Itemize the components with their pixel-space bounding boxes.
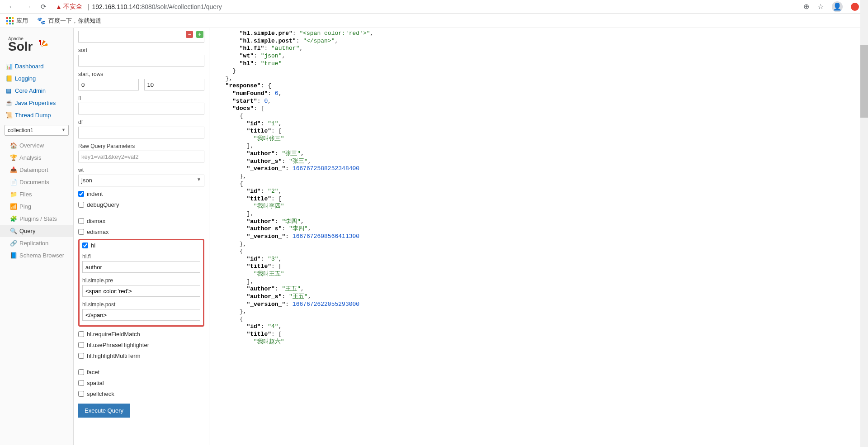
spellcheck-checkbox[interactable] (78, 391, 84, 397)
hl-multiterm-checkbox[interactable] (78, 353, 84, 359)
page-scrollbar[interactable] (860, 0, 868, 445)
address-bar[interactable]: ▲不安全 | 192.168.110.140:8080/solr/#/colle… (56, 3, 803, 11)
subnav-documents[interactable]: 📄Documents (0, 176, 73, 188)
raw-label: Raw Query Parameters (78, 143, 204, 149)
documents-icon: 📄 (10, 179, 16, 185)
subnav-files[interactable]: 📁Files (0, 188, 73, 200)
apps-icon (6, 17, 14, 24)
logo: Apache Solr (0, 33, 73, 60)
dashboard-icon: 📊 (5, 63, 12, 70)
subnav-query[interactable]: 🔍Query (0, 225, 73, 237)
fl-input[interactable] (78, 103, 204, 114)
sort-input[interactable] (78, 55, 204, 67)
nav-coreadmin[interactable]: ▤Core Admin (0, 85, 73, 97)
coreadmin-icon: ▤ (5, 87, 12, 94)
home-icon: 🏠 (10, 142, 16, 149)
hlfl-input[interactable] (82, 261, 200, 273)
sun-icon (34, 40, 48, 53)
nav-dashboard[interactable]: 📊Dashboard (0, 60, 73, 72)
nav-logging[interactable]: 📒Logging (0, 72, 73, 85)
indent-checkbox[interactable] (78, 191, 84, 197)
schema-icon: 📘 (10, 252, 16, 259)
hlpre-input[interactable] (82, 285, 200, 297)
subnav-replication[interactable]: 🔗Replication (0, 237, 73, 249)
edismax-checkbox[interactable] (78, 229, 84, 235)
bookmark-baidu[interactable]: 🐾 百度一下，你就知道 (37, 17, 101, 25)
df-label: df (78, 119, 204, 125)
sidebar: Apache Solr 📊Dashboard 📒Logging ▤Core Ad… (0, 28, 74, 445)
url-host: 192.168.110.140 (92, 3, 140, 10)
hlpost-input[interactable] (82, 309, 200, 321)
remove-fq-button[interactable]: − (186, 31, 193, 38)
extension-icon[interactable] (851, 3, 859, 11)
plugins-icon: 🧩 (10, 215, 16, 222)
wt-label: wt (78, 167, 204, 173)
debugquery-checkbox[interactable] (78, 202, 84, 208)
df-input[interactable] (78, 127, 204, 138)
wt-select[interactable]: json▼ (78, 175, 204, 186)
subnav-plugins[interactable]: 🧩Plugins / Stats (0, 213, 73, 225)
fl-label: fl (78, 95, 204, 101)
startrows-label: start, rows (78, 71, 204, 77)
start-input[interactable] (78, 79, 139, 90)
rows-input[interactable] (144, 79, 205, 90)
hlpre-label: hl.simple.pre (82, 277, 200, 284)
paw-icon: 🐾 (37, 17, 46, 25)
search-icon: 🔍 (10, 228, 16, 234)
scrollbar-thumb[interactable] (860, 45, 868, 118)
hlfl-label: hl.fl (82, 253, 200, 260)
raw-input[interactable] (78, 151, 204, 162)
hl-usephrase-checkbox[interactable] (78, 342, 84, 348)
import-icon: 📥 (10, 166, 16, 173)
subnav-schema[interactable]: 📘Schema Browser (0, 249, 73, 262)
add-fq-button[interactable]: + (196, 31, 203, 38)
subnav-analysis[interactable]: 🏆Analysis (0, 152, 73, 164)
spatial-checkbox[interactable] (78, 380, 84, 386)
apps-button[interactable]: 应用 (6, 17, 28, 25)
execute-query-button[interactable]: Execute Query (78, 404, 130, 418)
back-button[interactable]: ← (4, 3, 20, 11)
hl-section-highlighted: hl hl.fl hl.simple.pre hl.simple.post (78, 239, 204, 327)
logging-icon: 📒 (5, 75, 12, 82)
query-form-panel: − + sort start, rows fl df Raw Query Par… (74, 28, 209, 445)
nav-javaprops[interactable]: ☕Java Properties (0, 97, 73, 109)
forward-button[interactable]: → (20, 3, 36, 11)
subnav-overview[interactable]: 🏠Overview (0, 139, 73, 152)
core-selector[interactable]: collection1 (5, 125, 69, 136)
analysis-icon: 🏆 (10, 154, 16, 161)
dismax-checkbox[interactable] (78, 218, 84, 224)
hl-requirefieldmatch-checkbox[interactable] (78, 331, 84, 337)
subnav-dataimport[interactable]: 📥Dataimport (0, 164, 73, 176)
insecure-label: 不安全 (63, 3, 82, 11)
star-icon[interactable]: ☆ (817, 2, 824, 11)
nav-threaddump[interactable]: 📜Thread Dump (0, 109, 73, 121)
warning-icon: ▲ (56, 3, 62, 10)
reload-button[interactable]: ⟳ (36, 3, 51, 11)
thread-icon: 📜 (5, 112, 12, 119)
java-icon: ☕ (5, 100, 12, 106)
sort-label: sort (78, 47, 204, 53)
replication-icon: 🔗 (10, 240, 16, 247)
profile-icon[interactable]: 👤 (832, 1, 843, 12)
hl-checkbox[interactable] (82, 243, 88, 248)
ping-icon: 📶 (10, 203, 16, 210)
facet-checkbox[interactable] (78, 369, 84, 375)
chevron-down-icon: ▼ (197, 177, 201, 182)
files-icon: 📁 (10, 191, 16, 198)
hlpost-label: hl.simple.post (82, 301, 200, 308)
zoom-icon[interactable]: ⊕ (803, 2, 809, 11)
subnav-ping[interactable]: 📶Ping (0, 200, 73, 213)
response-panel[interactable]: "hl.simple.pre": "<span color:'red'>", "… (209, 28, 868, 445)
